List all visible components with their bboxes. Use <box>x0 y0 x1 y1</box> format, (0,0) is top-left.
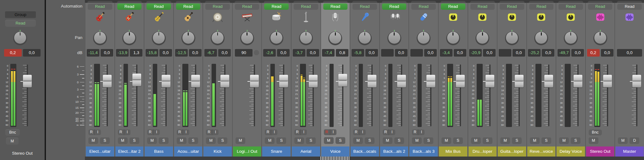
snare-drum-icon[interactable] <box>262 11 291 24</box>
volume-fader[interactable] <box>188 64 202 126</box>
mute-button[interactable]: M <box>500 137 510 144</box>
automation-mode-button[interactable]: Read <box>323 3 348 10</box>
automation-mode-button[interactable]: Read <box>500 3 524 10</box>
acoustic-guitar-icon[interactable] <box>174 11 203 24</box>
volume-fader[interactable] <box>570 64 584 126</box>
volume-fader[interactable] <box>217 64 231 126</box>
peak-level-display[interactable]: -6,7 <box>204 49 217 57</box>
mute-button[interactable]: M <box>471 137 481 144</box>
solo-button[interactable]: S <box>188 137 198 144</box>
mute-button[interactable]: M <box>412 137 422 144</box>
solo-button[interactable]: S <box>100 137 110 144</box>
fader-cap[interactable] <box>574 75 582 87</box>
fader-cap[interactable] <box>338 74 347 86</box>
automation-mode-button[interactable]: Read <box>617 3 642 10</box>
fader-track[interactable] <box>195 64 196 126</box>
volume-display[interactable]: 0,0 <box>617 49 642 57</box>
pan-knob[interactable] <box>534 31 548 45</box>
automation-mode-button[interactable]: Read <box>470 3 495 10</box>
automation-mode-button[interactable]: Read <box>294 3 318 10</box>
bus-knob-icon[interactable] <box>468 11 497 24</box>
solo-button[interactable]: S <box>512 137 522 144</box>
volume-fader[interactable] <box>158 64 172 126</box>
pan-knob[interactable] <box>93 31 107 45</box>
track-name-label[interactable]: Bass <box>145 146 173 157</box>
automation-mode-button[interactable]: Read <box>588 3 613 10</box>
record-enable-button[interactable]: R <box>88 129 95 135</box>
pan-knob[interactable] <box>446 31 460 45</box>
peak-level-display[interactable]: -11,4 <box>87 49 99 57</box>
peak-level-display[interactable] <box>410 49 423 57</box>
peak-level-display[interactable]: -20,9 <box>469 49 482 57</box>
mute-button[interactable]: M <box>6 138 19 145</box>
bus-knob-icon[interactable] <box>497 11 526 24</box>
mute-button[interactable]: M <box>118 137 128 144</box>
automation-mode-button[interactable]: Read <box>529 3 554 10</box>
record-enable-button[interactable]: R <box>353 129 359 135</box>
electric-guitar-icon[interactable] <box>86 11 114 24</box>
volume-display[interactable]: 0,0 <box>513 49 525 57</box>
pan-knob[interactable] <box>358 31 372 45</box>
bus-knob-icon[interactable] <box>527 11 556 24</box>
fader-cap[interactable] <box>250 75 259 87</box>
fader-track[interactable] <box>283 64 284 126</box>
mute-button[interactable]: M <box>88 137 98 144</box>
dim-button[interactable]: D <box>630 137 639 144</box>
waveform-pink-icon[interactable] <box>586 11 615 24</box>
fader-cap[interactable] <box>279 75 288 87</box>
studio-mic-icon[interactable] <box>321 11 350 24</box>
peak-level-display[interactable]: -25,2 <box>528 49 541 57</box>
input-monitor-button[interactable]: I <box>330 129 336 135</box>
pan-knob[interactable] <box>417 31 430 45</box>
input-monitor-button[interactable]: I <box>153 129 160 135</box>
track-name-label[interactable]: Reve...voice <box>527 146 556 157</box>
capsule-mic-icon[interactable] <box>409 11 438 24</box>
track-name-label[interactable]: Back...als 3 <box>409 146 438 157</box>
volume-fader[interactable] <box>19 64 33 126</box>
fader-track[interactable] <box>401 64 402 126</box>
mute-button[interactable]: M <box>206 137 216 144</box>
volume-fader[interactable] <box>394 64 408 126</box>
pan-knob[interactable] <box>122 31 136 45</box>
fader-cap[interactable] <box>191 75 200 87</box>
automation-mode-button[interactable]: Read <box>558 3 583 10</box>
fader-track[interactable] <box>607 64 608 126</box>
volume-display[interactable]: 0,0 <box>101 49 113 57</box>
peak-level-display[interactable]: -12,5 <box>175 49 188 57</box>
mute-button[interactable]: M <box>353 137 363 144</box>
record-enable-button[interactable]: R <box>147 129 153 135</box>
automation-mode-button[interactable]: Read <box>411 3 436 10</box>
solo-button[interactable]: S <box>541 137 551 144</box>
pan-knob[interactable] <box>387 31 401 45</box>
track-name-label[interactable]: Master <box>615 146 644 157</box>
track-name-label[interactable]: Snare <box>262 146 291 157</box>
mute-button[interactable]: M <box>147 137 157 144</box>
track-name-label[interactable]: Stereo Out <box>586 146 614 157</box>
peak-level-display[interactable]: -13,9 <box>116 49 129 57</box>
fader-cap[interactable] <box>426 75 435 87</box>
automation-mode-button[interactable]: Read <box>176 3 201 10</box>
pan-knob[interactable] <box>299 31 313 45</box>
record-enable-button[interactable]: R <box>412 129 418 135</box>
pan-knob[interactable] <box>240 31 254 45</box>
volume-fader[interactable] <box>99 64 113 126</box>
record-enable-button[interactable]: R <box>294 129 301 135</box>
track-name-label[interactable]: Dru...loper <box>469 146 497 157</box>
waveform-purple-icon[interactable] <box>615 11 644 24</box>
fader-track[interactable] <box>107 64 108 126</box>
volume-fader[interactable] <box>247 64 260 126</box>
solo-button[interactable]: S <box>424 137 433 144</box>
volume-display[interactable]: 0,0 <box>424 49 437 57</box>
track-name-label[interactable]: Logi...l Out <box>233 146 261 157</box>
fader-track[interactable] <box>313 64 314 126</box>
fader-track[interactable] <box>460 64 461 126</box>
solo-button[interactable]: S <box>483 137 492 144</box>
fader-cap[interactable] <box>23 75 32 87</box>
peak-level-display[interactable] <box>381 49 394 57</box>
electric-guitar-2-icon[interactable] <box>115 11 144 24</box>
fader-track[interactable] <box>636 64 637 126</box>
automation-mode-button[interactable]: Read <box>382 3 407 10</box>
volume-display[interactable]: 1,3 <box>130 49 142 57</box>
mute-button[interactable]: M <box>236 137 245 144</box>
pan-knob[interactable] <box>328 31 342 45</box>
